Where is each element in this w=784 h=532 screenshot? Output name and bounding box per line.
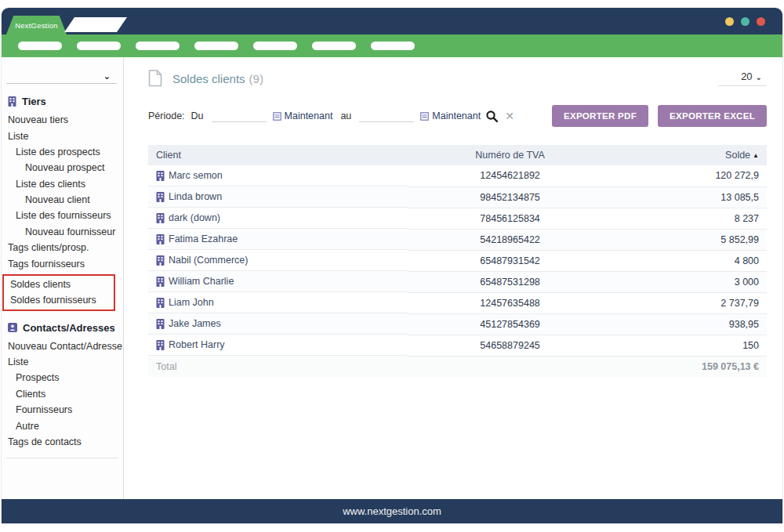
client-link[interactable]: Nabil (Commerce) [148,250,408,271]
highlight-box: Soldes clientsSoldes fournisseurs [2,274,115,311]
sidebar-item-nouveau-tiers[interactable]: Nouveau tiers [2,112,123,128]
brand-tab[interactable]: NextGestion [6,16,67,34]
date-to-input[interactable] [359,110,414,122]
export-pdf-button[interactable]: EXPORTER PDF [552,105,648,127]
column-header-tva[interactable]: Numéro de TVA [408,145,612,165]
sidebar-item-nouveau-contact-adresse[interactable]: Nouveau Contact/Adresse [2,338,123,354]
sidebar-item-nouveau-fournisseur[interactable]: Nouveau fournisseur [2,224,123,240]
nav-pill-button[interactable] [18,42,62,50]
sidebar-module-select[interactable]: ⌄ [6,67,117,84]
client-name: dark (down) [169,212,220,223]
tva-number: 54658879245 [408,335,612,356]
now-link-from[interactable]: Maintenant [285,110,333,121]
sidebar-item-liste-des-clients[interactable]: Liste des clients [2,176,123,192]
balance-value: 2 737,79 [612,292,767,313]
footer-url: www.nextgestion.com [343,505,441,517]
balance-value: 8 237 [612,208,767,229]
footer-bar: www.nextgestion.com [2,499,782,523]
client-link[interactable]: Marc semon [148,165,408,186]
tva-number: 78456125834 [408,208,612,229]
table-row: Liam John124576354882 737,79 [148,292,767,313]
balance-value: 150 [612,335,767,356]
minimize-dot-icon[interactable] [725,17,734,26]
sidebar-section-title: Contacts/Adresses [23,322,115,334]
client-link[interactable]: Linda brown [148,186,408,208]
calendar-icon [420,112,429,121]
sidebar-item-prospects[interactable]: Prospects [2,370,123,385]
column-header-client[interactable]: Client [148,145,408,165]
table-row: Jake James45127854369938,95 [148,313,767,335]
nav-pill-button[interactable] [253,42,297,50]
sidebar-item-tags-clients-prosp[interactable]: Tags clients/prosp. [2,240,123,255]
sidebar-section-title: Tiers [22,96,46,107]
client-link[interactable]: Liam John [148,292,408,313]
page-title: Soldes clients [172,72,245,85]
sidebar: ⌄ TiersNouveau tiersListeListe des prosp… [2,57,124,499]
chevron-down-icon: ⌄ [103,72,111,81]
nav-pill-button[interactable] [371,42,415,50]
sidebar-item-tags-de-contacts[interactable]: Tags de contacts [2,434,123,450]
balances-table: Client Numéro de TVA Solde▲ Marc semon12… [148,145,767,377]
client-name: Fatima Ezahrae [169,233,238,244]
search-icon[interactable] [485,110,499,123]
balance-value: 5 852,99 [612,229,767,250]
nav-pill-button[interactable] [312,42,356,50]
column-header-label: Numéro de TVA [475,150,544,161]
sidebar-item-clients[interactable]: Clients [2,386,123,402]
sidebar-item-liste-des-prospects[interactable]: Liste des prospects [2,144,123,160]
table-row: Marc semon12454621892120 272,9 [148,165,767,186]
document-icon [148,70,162,87]
client-link[interactable]: Fatima Ezahrae [148,229,408,250]
table-row: William Charlie654875312983 000 [148,271,767,292]
sidebar-item-nouveau-prospect[interactable]: Nouveau prospect [2,160,123,176]
sidebar-item-liste[interactable]: Liste [2,354,123,370]
column-header-label: Solde [725,150,750,161]
nav-pill-button[interactable] [77,42,121,50]
client-name: Marc semon [169,170,223,181]
table-row: Linda brown9845213487513 085,5 [148,186,767,208]
sidebar-item-liste-des-fournisseurs[interactable]: Liste des fournisseurs [2,208,123,223]
sidebar-section-header: Tiers [2,87,123,112]
column-header-label: Client [156,150,181,161]
secondary-tab[interactable] [64,17,127,32]
total-label: Total [148,356,408,377]
close-dot-icon[interactable] [757,17,765,26]
table-header-row: Client Numéro de TVA Solde▲ [148,145,767,165]
balance-value: 938,95 [612,313,767,335]
sidebar-item-autre[interactable]: Autre [2,418,123,433]
total-row: Total 159 075,13 € [148,356,767,377]
tva-number: 65487931542 [408,250,612,271]
client-name: Nabil (Commerce) [169,255,248,266]
sidebar-item-tags-fournisseurs[interactable]: Tags fournisseurs [2,255,123,271]
client-link[interactable]: dark (down) [148,208,408,229]
client-link[interactable]: Jake James [148,313,408,335]
client-name: Linda brown [169,191,222,202]
building-icon [156,192,164,202]
main-content: Soldes clients (9) 20⌄ Période: Du Maint… [124,57,782,499]
maximize-dot-icon[interactable] [741,17,750,26]
date-from-input[interactable] [212,110,267,122]
window-controls [725,8,765,34]
sidebar-item-soldes-fournisseurs[interactable]: Soldes fournisseurs [4,292,114,308]
nav-pill-button[interactable] [136,42,180,50]
table-row: Nabil (Commerce)654879315424 800 [148,250,767,271]
export-excel-button[interactable]: EXPORTER EXCEL [658,105,767,127]
nav-pill-button[interactable] [194,42,238,50]
sidebar-item-liste[interactable]: Liste [2,128,123,143]
sidebar-item-soldes-clients[interactable]: Soldes clients [4,277,114,292]
page-size-select[interactable]: 20⌄ [718,71,767,86]
clear-filter-icon[interactable]: ✕ [505,110,514,122]
client-link[interactable]: Robert Harry [148,335,408,356]
sidebar-item-fournisseurs[interactable]: Fournisseurs [2,402,123,418]
table-row: Fatima Ezahrae542189654225 852,99 [148,229,767,250]
tva-number: 12457635488 [408,292,612,313]
client-link[interactable]: William Charlie [148,271,408,292]
contact-card-icon [8,323,17,332]
column-header-solde[interactable]: Solde▲ [612,145,767,165]
period-label: Période: [148,110,185,121]
chevron-down-icon: ⌄ [756,73,762,81]
building-icon [156,234,164,244]
main-nav-bar [2,34,782,57]
now-link-to[interactable]: Maintenant [432,110,481,121]
sidebar-item-nouveau-client[interactable]: Nouveau client [2,192,123,208]
